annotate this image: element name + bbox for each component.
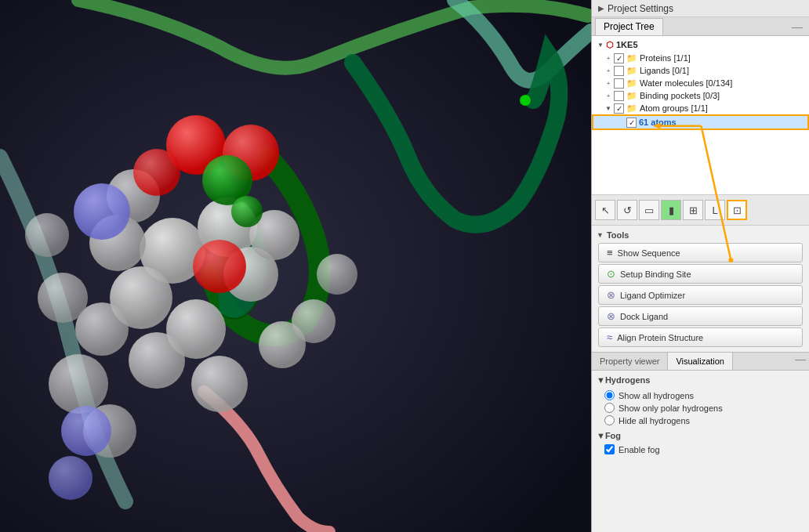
fog-section-header[interactable]: ▼ Fog xyxy=(592,429,809,442)
svg-point-27 xyxy=(202,155,252,205)
svg-point-18 xyxy=(292,299,336,343)
water-checkbox[interactable] xyxy=(614,78,624,89)
measure-tool-button[interactable]: ⊞ xyxy=(683,200,703,220)
folder-icon: 📁 xyxy=(626,53,637,63)
expand-tool-button[interactable]: ⊡ xyxy=(727,200,747,220)
show-polar-hydrogens-radio[interactable] xyxy=(604,403,615,413)
tree-content: ▼ ⬡ 1KE5 + 📁 Proteins [1/1] + 📁 Ligands … xyxy=(592,36,809,194)
svg-point-7 xyxy=(223,247,278,302)
svg-point-24 xyxy=(74,183,130,240)
ligand-optimizer-button[interactable]: ⊗ Ligand Optimizer xyxy=(598,285,803,305)
svg-point-16 xyxy=(83,404,136,458)
collapse-icon[interactable]: ▶ xyxy=(598,4,604,13)
tree-item-proteins[interactable]: + 📁 Proteins [1/1] xyxy=(592,52,809,64)
project-settings-title: Project Settings xyxy=(608,3,673,14)
arrow-tool-button[interactable]: ↖ xyxy=(595,200,615,220)
tree-item-atom-groups[interactable]: ▼ 📁 Atom groups [1/1] xyxy=(592,102,809,114)
svg-point-9 xyxy=(75,302,129,356)
molecular-viewport[interactable] xyxy=(0,0,591,532)
align-protein-button[interactable]: ≈ Align Protein Structure xyxy=(598,328,803,347)
atoms-checkbox[interactable] xyxy=(626,118,637,128)
binding-expander[interactable]: + xyxy=(603,90,614,101)
label-tool-button[interactable]: L xyxy=(705,200,725,220)
property-viewer-tab[interactable]: Property viewer xyxy=(592,353,667,370)
svg-point-20 xyxy=(166,115,226,175)
rotate-tool-button[interactable]: ↺ xyxy=(617,200,637,220)
atoms-expander xyxy=(615,117,626,128)
fog-triangle-icon: ▼ xyxy=(597,431,605,440)
svg-point-14 xyxy=(259,321,306,368)
tools-triangle-icon: ▼ xyxy=(597,231,604,239)
enable-fog-checkbox[interactable] xyxy=(604,444,615,454)
toolbar-strip: ↖ ↺ ▭ ▮ ⊞ L ⊡ xyxy=(592,194,809,226)
tree-item-61atoms[interactable]: 61 atoms xyxy=(592,114,809,130)
ligands-checkbox[interactable] xyxy=(614,66,624,76)
tab-pin-button[interactable]: — xyxy=(789,20,806,33)
ligand-optimizer-icon: ⊗ xyxy=(607,289,615,301)
show-all-hydrogens-option[interactable]: Show all hydrogens xyxy=(604,390,796,400)
enable-fog-option[interactable]: Enable fog xyxy=(604,444,796,454)
svg-point-11 xyxy=(107,169,160,223)
tree-root-item[interactable]: ▼ ⬡ 1KE5 xyxy=(592,38,809,52)
show-sequence-button[interactable]: ≡ Show Sequence xyxy=(598,243,803,262)
show-polar-hydrogens-option[interactable]: Show only polar hydrogens xyxy=(604,403,796,413)
svg-point-19 xyxy=(317,254,357,295)
svg-point-6 xyxy=(89,215,146,271)
visualization-tab[interactable]: Visualization xyxy=(667,353,733,370)
hydrogens-section-header[interactable]: ▼ Hydrogens xyxy=(592,374,809,386)
ligands-expander[interactable]: + xyxy=(603,65,614,76)
setup-binding-icon: ⊙ xyxy=(607,268,615,280)
svg-point-23 xyxy=(133,149,180,196)
show-all-hydrogens-radio[interactable] xyxy=(604,390,615,400)
proteins-expander[interactable]: + xyxy=(603,52,614,63)
dock-ligand-icon: ⊗ xyxy=(607,310,615,322)
svg-point-25 xyxy=(61,406,111,456)
root-expander[interactable]: ▼ xyxy=(595,39,606,50)
bottom-tab-pin[interactable]: — xyxy=(792,353,809,370)
svg-point-22 xyxy=(193,240,246,293)
folder-icon: 📁 xyxy=(626,91,637,101)
right-panel: ▶ Project Settings Project Tree — ▼ ⬡ 1K… xyxy=(591,0,809,532)
svg-point-28 xyxy=(231,196,263,227)
atom-groups-expander[interactable]: ▼ xyxy=(603,103,614,114)
svg-point-8 xyxy=(129,332,185,389)
select-green-tool-button[interactable]: ▮ xyxy=(661,200,681,220)
water-expander[interactable]: + xyxy=(603,78,614,89)
hydrogens-triangle-icon: ▼ xyxy=(597,375,605,385)
bottom-tab-bar: Property viewer Visualization — xyxy=(592,352,809,371)
dock-ligand-button[interactable]: ⊗ Dock Ligand xyxy=(598,306,803,326)
svg-point-21 xyxy=(223,125,279,181)
align-protein-icon: ≈ xyxy=(607,331,612,343)
proteins-checkbox[interactable] xyxy=(614,53,624,63)
svg-point-15 xyxy=(38,273,88,323)
tree-item-ligands[interactable]: + 📁 Ligands [0/1] xyxy=(592,64,809,77)
svg-point-4 xyxy=(110,266,172,329)
tree-item-binding[interactable]: + 📁 Binding pockets [0/3] xyxy=(592,89,809,102)
hide-all-hydrogens-option[interactable]: Hide all hydrogens xyxy=(604,415,796,425)
svg-point-3 xyxy=(198,197,257,257)
show-sequence-icon: ≡ xyxy=(607,247,613,259)
visualization-panel: ▼ Hydrogens Show all hydrogens Show only… xyxy=(592,371,809,532)
select-rect-tool-button[interactable]: ▭ xyxy=(639,200,659,220)
svg-rect-0 xyxy=(0,0,591,532)
project-tree-tab[interactable]: Project Tree xyxy=(595,18,663,35)
svg-point-13 xyxy=(191,356,248,412)
hydrogens-radio-group: Show all hydrogens Show only polar hydro… xyxy=(592,386,809,429)
svg-point-5 xyxy=(166,299,226,359)
hide-all-hydrogens-radio[interactable] xyxy=(604,415,615,425)
svg-point-1 xyxy=(520,95,531,106)
folder-icon: 📁 xyxy=(626,78,637,89)
tools-section: ▼ Tools ≡ Show Sequence ⊙ Setup Binding … xyxy=(592,226,809,352)
svg-point-12 xyxy=(49,354,108,414)
setup-binding-button[interactable]: ⊙ Setup Binding Site xyxy=(598,264,803,284)
svg-point-10 xyxy=(249,210,299,260)
molecule-icon: ⬡ xyxy=(606,40,614,50)
tools-section-header[interactable]: ▼ Tools xyxy=(592,229,809,241)
svg-point-17 xyxy=(25,213,69,257)
tree-item-water[interactable]: + 📁 Water molecules [0/134] xyxy=(592,77,809,89)
project-settings-header: ▶ Project Settings xyxy=(592,0,809,17)
binding-checkbox[interactable] xyxy=(614,91,624,101)
atom-groups-checkbox[interactable] xyxy=(614,103,624,114)
tree-tab-bar: Project Tree — xyxy=(592,17,809,36)
folder-icon: 📁 xyxy=(626,103,637,114)
